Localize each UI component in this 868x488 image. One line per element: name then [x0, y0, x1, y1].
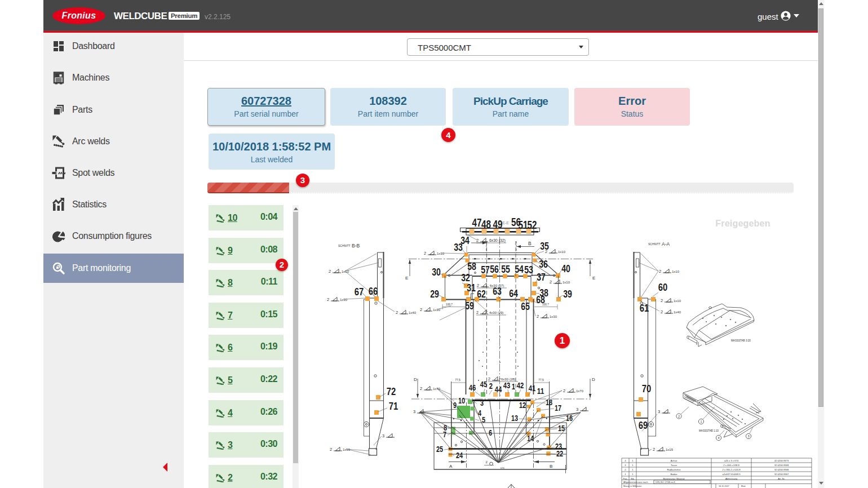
svg-text:51: 51 [519, 219, 528, 231]
svg-text:16.11.2017: 16.11.2017 [719, 485, 729, 487]
svg-text:32.0200.9369: 32.0200.9369 [774, 464, 789, 467]
svg-text:MASSSTAB 3:20: MASSSTAB 3:20 [731, 339, 751, 342]
svg-text:Art. Nr.: Art. Nr. [778, 477, 785, 480]
svg-text:32: 32 [461, 272, 470, 283]
svg-text:58: 58 [467, 261, 476, 272]
svg-text:1x70: 1x70 [576, 389, 584, 393]
svg-text:1x30: 1x30 [550, 315, 557, 318]
svg-text:D: D [592, 377, 595, 382]
svg-text:E: E [592, 276, 595, 281]
svg-text:2: 2 [550, 280, 552, 285]
svg-text:37: 37 [537, 272, 546, 283]
svg-text:2: 2 [330, 447, 332, 452]
svg-text:2 x 355.2 x 620.8: 2 x 355.2 x 620.8 [722, 468, 741, 471]
svg-text:1x10: 1x10 [437, 252, 445, 255]
svg-text:2: 2 [424, 251, 426, 256]
svg-text:1: 1 [632, 473, 634, 476]
svg-text:1x10: 1x10 [563, 281, 570, 284]
svg-text:39: 39 [563, 289, 572, 300]
svg-text:E-E: E-E [502, 221, 509, 225]
svg-text:2: 2 [678, 415, 680, 418]
svg-text:D: D [414, 377, 417, 382]
svg-text:Benennung / Material: Benennung / Material [663, 477, 684, 480]
svg-text:3: 3 [576, 407, 578, 412]
svg-text:MASSSTAB 1:10: MASSSTAB 1:10 [699, 429, 719, 432]
svg-text:42: 42 [517, 381, 524, 390]
svg-text:5: 5 [482, 415, 485, 424]
svg-text:2: 2 [661, 309, 663, 314]
svg-text:1: 1 [700, 420, 702, 423]
svg-text:1x10: 1x10 [674, 299, 681, 303]
svg-text:13: 13 [511, 414, 518, 423]
svg-text:56: 56 [490, 264, 499, 275]
svg-text:2: 2 [486, 460, 488, 464]
svg-text:B: B [550, 464, 552, 469]
svg-text:32.0200.9367: 32.0200.9367 [774, 473, 789, 476]
svg-text:9: 9 [453, 401, 457, 410]
svg-text:66: 66 [369, 285, 378, 297]
svg-text:3: 3 [382, 433, 384, 438]
svg-text:77,5: 77,5 [538, 378, 544, 381]
svg-text:100,7: 100,7 [542, 303, 549, 306]
svg-text:64: 64 [509, 288, 518, 299]
svg-text:B-B: B-B [352, 243, 360, 249]
svg-text:Achse: Achse [671, 459, 677, 462]
svg-text:3: 3 [413, 409, 415, 414]
svg-text:B: B [528, 241, 532, 246]
svg-text:2: 2 [659, 269, 661, 274]
svg-text:1x40: 1x40 [674, 310, 681, 314]
svg-text:Pos.: Pos. [623, 477, 627, 480]
svg-text:2: 2 [327, 297, 329, 302]
svg-text:49: 49 [493, 218, 503, 230]
svg-text:11: 11 [537, 387, 544, 396]
svg-text:42.0200.9373: 42.0200.9373 [774, 459, 789, 462]
svg-text:1x10: 1x10 [672, 270, 680, 273]
svg-text:36: 36 [539, 259, 548, 270]
svg-text:2: 2 [420, 386, 422, 391]
svg-text:Stk.: Stk. [631, 477, 635, 480]
svg-text:24: 24 [456, 451, 463, 460]
svg-text:72: 72 [387, 385, 396, 397]
svg-text:Freigegeben: Freigegeben [715, 219, 770, 228]
svg-text:1x15: 1x15 [666, 448, 674, 451]
svg-text:18: 18 [546, 398, 552, 407]
svg-text:2: 2 [653, 447, 655, 452]
svg-text:A: A [449, 464, 453, 469]
svg-text:3: 3 [480, 398, 484, 407]
svg-text:Blatt: Blatt [741, 485, 746, 487]
svg-text:40: 40 [561, 263, 570, 274]
svg-text:10: 10 [458, 396, 465, 405]
svg-text:35: 35 [540, 241, 549, 252]
svg-text:1: 1 [512, 382, 515, 391]
svg-text:Boden: Boden [670, 473, 677, 476]
svg-text:17: 17 [555, 403, 561, 412]
svg-text:100,7: 100,7 [446, 303, 453, 306]
svg-text:2: 2 [476, 238, 479, 243]
svg-text:2: 2 [489, 381, 493, 391]
svg-text:45: 45 [480, 380, 488, 389]
svg-text:2: 2 [396, 310, 398, 315]
svg-text:71: 71 [389, 400, 398, 412]
svg-text:30: 30 [432, 267, 441, 278]
svg-text:69: 69 [639, 419, 648, 431]
svg-text:47: 47 [472, 216, 482, 229]
svg-text:2: 2 [625, 468, 626, 471]
svg-text:Tasse: Tasse [671, 464, 677, 467]
svg-text:2: 2 [476, 310, 479, 314]
svg-text:48: 48 [481, 218, 491, 230]
svg-text:Radlaufrohre: Radlaufrohre [667, 468, 681, 471]
svg-text:2: 2 [329, 269, 331, 274]
svg-text:1x30: 1x30 [340, 298, 348, 301]
svg-text:2: 2 [420, 307, 422, 312]
svg-text:Masse in Millimeter: Masse in Millimeter [623, 485, 642, 487]
svg-text:32.0200.9368: 32.0200.9368 [774, 468, 789, 471]
svg-text:55: 55 [501, 264, 510, 275]
svg-text:1: 1 [632, 459, 634, 462]
svg-text:2: 2 [477, 283, 479, 287]
svg-text:676: 676 [501, 467, 504, 469]
svg-text:60: 60 [658, 281, 668, 293]
svg-text:6: 6 [489, 428, 492, 437]
svg-text:a25 x 3 x 674: a25 x 3 x 674 [724, 459, 739, 462]
svg-text:4: 4 [718, 436, 719, 440]
svg-text:DIN ISO 2768-m-K: DIN ISO 2768-m-K [656, 481, 675, 483]
